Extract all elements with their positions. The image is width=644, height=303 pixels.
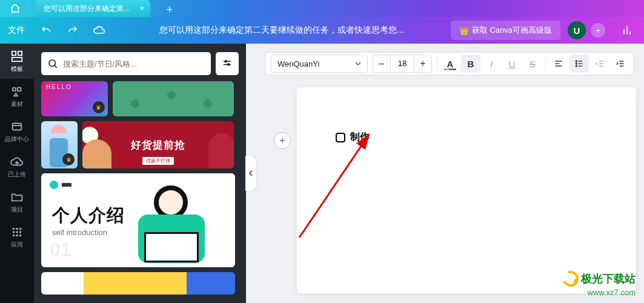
checklist-text[interactable]: 制作 xyxy=(350,131,370,144)
redo-button[interactable] xyxy=(59,17,86,44)
svg-rect-2 xyxy=(12,57,22,61)
premium-badge-icon: ♛ xyxy=(62,153,75,165)
svg-point-12 xyxy=(13,234,15,236)
svg-rect-1 xyxy=(18,51,22,55)
outdent-button[interactable] xyxy=(590,55,609,73)
text-color-letter: A xyxy=(447,59,454,69)
strikethrough-button[interactable]: S xyxy=(523,55,542,73)
template-search-input[interactable] xyxy=(63,59,205,68)
svg-point-6 xyxy=(13,227,15,230)
template-card[interactable]: HELLO ♛ xyxy=(41,81,108,116)
document-tab-title: 您可以用这部分来确定第... xyxy=(44,4,130,14)
template-thumb-number: 01 xyxy=(50,239,71,261)
add-element-button[interactable]: + xyxy=(274,132,291,149)
template-thumb-subtext: 优惠不打烊 xyxy=(142,157,174,165)
chevron-down-icon xyxy=(355,61,361,67)
svg-rect-0 xyxy=(12,51,16,55)
checkbox-icon[interactable] xyxy=(336,133,345,142)
svg-point-19 xyxy=(576,63,577,64)
template-card[interactable]: 好货提前抢 优惠不打烊 xyxy=(82,121,234,168)
nav-apps[interactable]: 应用 xyxy=(0,219,34,255)
nav-uploads[interactable]: 已上传 xyxy=(0,149,34,184)
font-size-decrease[interactable]: – xyxy=(373,55,390,73)
nav-uploads-label: 已上传 xyxy=(8,170,26,179)
canvas-area[interactable]: WenQuanYi – 18 + A B I U S xyxy=(257,44,644,303)
share-plus-button[interactable]: + xyxy=(591,23,605,38)
search-icon xyxy=(47,58,58,69)
crown-icon: 👑 xyxy=(459,26,469,35)
template-thumb-text: HELLO xyxy=(46,84,72,90)
underline-button[interactable]: U xyxy=(502,55,522,73)
svg-rect-4 xyxy=(18,87,21,91)
template-card[interactable] xyxy=(41,272,235,295)
nav-templates-label: 模板 xyxy=(11,65,23,73)
cloud-sync-icon[interactable] xyxy=(86,17,113,44)
side-nav: 模板 素材 品牌中心 已上传 项目 应用 xyxy=(0,44,34,303)
separator xyxy=(545,57,546,70)
undo-button[interactable] xyxy=(33,17,59,44)
watermark-logo-icon xyxy=(560,268,582,290)
template-thumb-title: 个人介绍 xyxy=(52,204,125,228)
font-size-stepper: – 18 + xyxy=(373,55,432,73)
font-size-increase[interactable]: + xyxy=(414,55,431,73)
filter-button[interactable] xyxy=(216,52,239,75)
bullet-list-button[interactable] xyxy=(569,55,589,73)
font-size-value[interactable]: 18 xyxy=(390,55,414,73)
template-card[interactable]: ♛ xyxy=(41,121,78,168)
app-header: 文件 您可以用这部分来确定第二天要继续做的任务，或者快速思考您... 👑 获取 … xyxy=(0,17,644,44)
watermark: 极光下载站 www.xz7.com xyxy=(563,271,636,297)
analytics-icon[interactable] xyxy=(614,17,640,44)
svg-point-20 xyxy=(576,65,577,67)
nav-brand[interactable]: 品牌中心 xyxy=(0,114,34,149)
font-family-value: WenQuanYi xyxy=(277,59,319,68)
svg-point-13 xyxy=(16,234,18,236)
upgrade-label: 获取 Canva可画高级版 xyxy=(472,25,552,36)
svg-rect-5 xyxy=(13,123,22,130)
upgrade-button[interactable]: 👑 获取 Canva可画高级版 xyxy=(451,21,560,40)
template-card[interactable]: 个人介绍 self introduction 01 xyxy=(41,173,235,267)
document-tab[interactable]: 您可以用这部分来确定第... × xyxy=(35,0,150,17)
svg-point-8 xyxy=(19,227,22,230)
align-button[interactable] xyxy=(549,55,568,73)
nav-elements[interactable]: 素材 xyxy=(0,79,34,114)
template-card[interactable] xyxy=(113,81,234,116)
watermark-brand: 极光下载站 xyxy=(581,271,636,286)
new-tab-button[interactable]: + xyxy=(162,2,177,17)
filter-icon xyxy=(222,58,233,69)
svg-point-3 xyxy=(13,87,16,91)
indent-button[interactable] xyxy=(611,55,630,73)
template-search[interactable] xyxy=(41,52,211,75)
document-title[interactable]: 您可以用这部分来确定第二天要继续做的任务，或者快速思考您... xyxy=(113,25,451,36)
file-menu-button[interactable]: 文件 xyxy=(0,17,33,44)
premium-badge-icon: ♛ xyxy=(93,101,105,113)
chevron-left-icon xyxy=(245,156,256,191)
text-toolbar: WenQuanYi – 18 + A B I U S xyxy=(265,52,634,75)
canvas-page[interactable]: + 制作 xyxy=(297,87,636,293)
svg-point-18 xyxy=(576,61,577,62)
watermark-url: www.xz7.com xyxy=(563,288,636,297)
template-list[interactable]: HELLO ♛ ♛ 好货提前抢 优惠不打烊 xyxy=(41,81,239,295)
template-thumb-text: 好货提前抢 xyxy=(131,138,185,152)
font-family-select[interactable]: WenQuanYi xyxy=(271,55,368,73)
nav-projects-label: 项目 xyxy=(11,205,23,214)
svg-point-15 xyxy=(49,60,56,67)
svg-point-9 xyxy=(13,231,15,233)
home-tab[interactable] xyxy=(0,0,30,17)
templates-panel: HELLO ♛ ♛ 好货提前抢 优惠不打烊 xyxy=(34,44,246,303)
text-color-button[interactable]: A xyxy=(440,55,460,73)
svg-point-7 xyxy=(16,227,18,230)
window-tabs-bar: 您可以用这部分来确定第... × + xyxy=(0,0,644,17)
panel-collapse-handle[interactable] xyxy=(246,44,257,303)
nav-templates[interactable]: 模板 xyxy=(0,44,34,79)
user-avatar[interactable]: U xyxy=(568,21,586,39)
nav-brand-label: 品牌中心 xyxy=(5,135,29,144)
nav-apps-label: 应用 xyxy=(11,241,23,249)
close-tab-icon[interactable]: × xyxy=(140,4,144,13)
bold-button[interactable]: B xyxy=(461,55,480,73)
nav-projects[interactable]: 项目 xyxy=(0,184,34,219)
svg-point-11 xyxy=(19,231,22,233)
template-thumb-subtitle: self introduction xyxy=(52,228,107,237)
svg-point-14 xyxy=(19,234,22,236)
checklist-item[interactable]: 制作 xyxy=(336,131,370,144)
italic-button[interactable]: I xyxy=(482,55,501,73)
